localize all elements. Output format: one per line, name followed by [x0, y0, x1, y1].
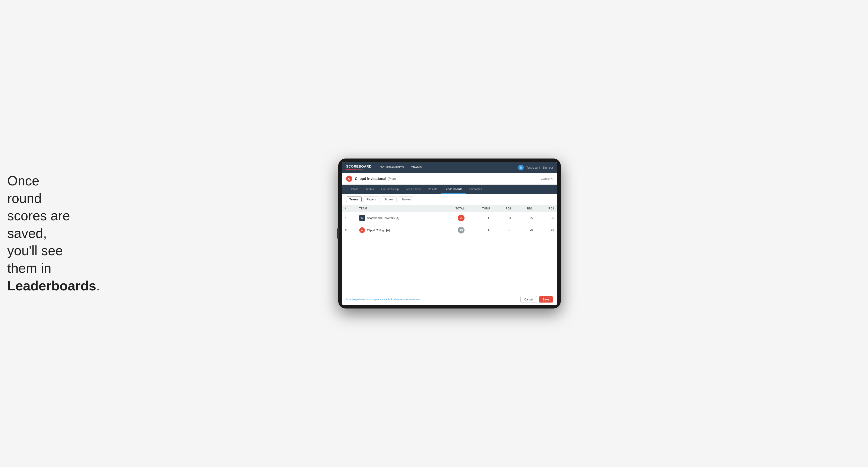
row-rd2: +5	[515, 212, 536, 224]
col-team: TEAM	[356, 205, 440, 212]
sign-out-link[interactable]: Sign out	[542, 166, 553, 169]
col-rd2: RD2	[515, 205, 536, 212]
row-thru: F	[468, 224, 493, 236]
tournament-header: C Clippd Invitational (Men) Cancel ✕	[342, 173, 557, 185]
footer: https://stage-blue-coach.stagescoreboard…	[342, 294, 557, 305]
tab-tee-groups[interactable]: Tee Groups	[402, 185, 424, 194]
row-rd3: -6	[536, 212, 557, 224]
row-team-cell: C Clippd College [A]	[356, 224, 440, 236]
tab-results[interactable]: Results	[424, 185, 441, 194]
table-header-row: # TEAM TOTAL THRU RD1 RD2 RD3	[342, 205, 557, 212]
row-rank: 1	[342, 212, 356, 224]
col-thru: THRU	[468, 205, 493, 212]
team-name: Scoreboard University [A]	[367, 216, 399, 220]
nav-tournaments[interactable]: TOURNAMENTS	[377, 162, 408, 173]
table-row: 1 SU Scoreboard University [A] -5 F -4	[342, 212, 557, 224]
row-rank: 2	[342, 224, 356, 236]
close-icon: ✕	[551, 177, 553, 181]
tournament-gender: (Men)	[388, 177, 396, 181]
tablet-device: SCOREBOARD Powered by clippd TOURNAMENTS…	[338, 158, 561, 309]
row-rd1: +8	[493, 224, 515, 236]
filter-scores[interactable]: Scores	[381, 196, 397, 202]
col-total: TOTAL	[440, 205, 468, 212]
col-rd3: RD3	[536, 205, 557, 212]
table-row: 2 C Clippd College [A] +3 F +8 -8	[342, 224, 557, 236]
row-total: +3	[440, 224, 468, 236]
tournament-cancel-button[interactable]: Cancel ✕	[541, 177, 553, 181]
nav-links: TOURNAMENTS TEAMS	[377, 162, 426, 173]
navbar: SCOREBOARD Powered by clippd TOURNAMENTS…	[342, 162, 557, 173]
team-logo: C	[359, 227, 365, 233]
powered-by: Powered by clippd	[346, 168, 372, 171]
user-avatar: S	[518, 165, 524, 170]
filter-strokes[interactable]: Strokes	[398, 196, 414, 202]
sub-nav: Details Teams Course Setup Tee Groups Re…	[342, 185, 557, 194]
brand-logo: SCOREBOARD Powered by clippd	[346, 164, 372, 171]
nav-teams[interactable]: TEAMS	[408, 162, 426, 173]
tablet-screen: SCOREBOARD Powered by clippd TOURNAMENTS…	[342, 162, 557, 305]
score-badge-red: -5	[458, 215, 465, 221]
leaderboard-table: # TEAM TOTAL THRU RD1 RD2 RD3 1	[342, 205, 557, 294]
tab-printables[interactable]: Printables	[466, 185, 486, 194]
filter-players[interactable]: Players	[363, 196, 379, 202]
explanation-text: Once round scores are saved, you'll see …	[7, 172, 74, 294]
footer-url: https://stage-blue-coach.stagescoreboard…	[346, 298, 423, 301]
team-name: Clippd College [A]	[367, 228, 390, 232]
row-total: -5	[440, 212, 468, 224]
row-rd3: +3	[536, 224, 557, 236]
row-thru: F	[468, 212, 493, 224]
brand-title: SCOREBOARD	[346, 164, 372, 168]
filter-bar: Teams Players Scores Strokes	[342, 194, 557, 205]
col-rd1: RD1	[493, 205, 515, 212]
tablet-side-button	[337, 228, 339, 239]
tournament-logo: C	[346, 176, 352, 182]
row-rd2: -8	[515, 224, 536, 236]
filter-teams[interactable]: Teams	[346, 196, 362, 202]
col-rank: #	[342, 205, 356, 212]
user-name: Test User |	[526, 166, 540, 169]
tournament-name: Clippd Invitational	[355, 177, 386, 181]
tab-leaderboards[interactable]: Leaderboards	[441, 185, 466, 194]
tab-course-setup[interactable]: Course Setup	[378, 185, 402, 194]
save-button[interactable]: Save	[539, 296, 553, 303]
cancel-button[interactable]: Cancel	[520, 296, 537, 303]
row-team-cell: SU Scoreboard University [A]	[356, 212, 440, 224]
navbar-right: S Test User | Sign out	[518, 165, 553, 170]
score-badge-gray: +3	[458, 227, 465, 234]
tab-teams[interactable]: Teams	[362, 185, 378, 194]
team-logo: SU	[359, 215, 365, 221]
row-rd1: -4	[493, 212, 515, 224]
tab-details[interactable]: Details	[346, 185, 362, 194]
